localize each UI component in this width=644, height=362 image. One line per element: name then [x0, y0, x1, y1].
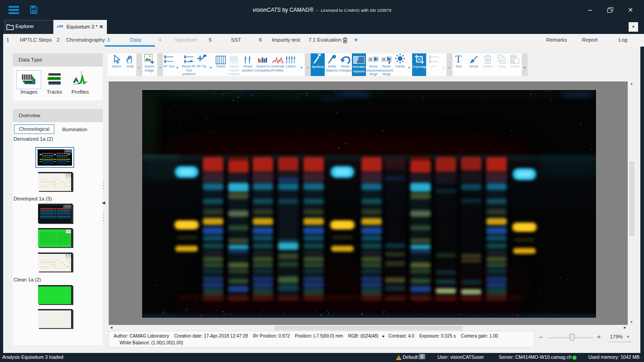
svg-text:A: A [57, 24, 59, 29]
svg-text:T: T [455, 54, 462, 64]
